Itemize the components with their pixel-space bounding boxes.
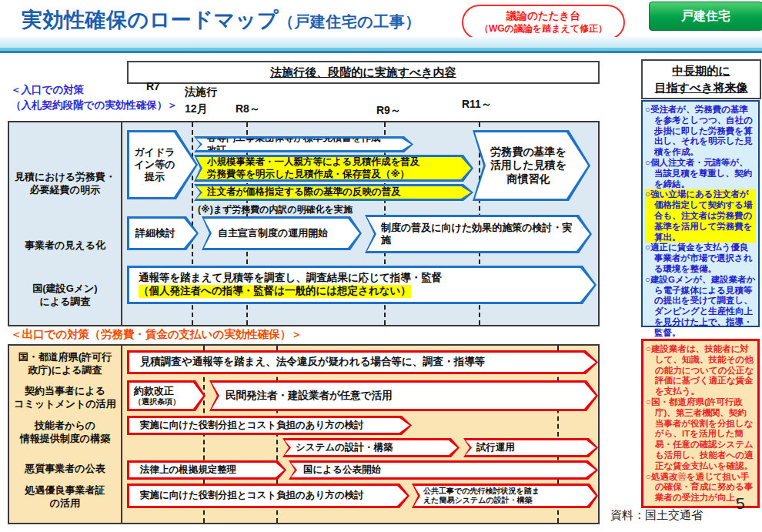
arrow-gmen-investigation: 通報等を踏まえて見積等を調査し、調査結果に応じて指導・監督 （個人発注者への指導… — [127, 266, 597, 304]
arrow-detail-study: 詳細検討 — [127, 216, 199, 250]
arrow-small-business-line2: 労務費等を明示した見積作成・保存普及（※） — [207, 169, 459, 180]
timeline-r7: R7 — [146, 80, 160, 92]
discussion-draft-badge: 議論のたたき台 （WGの議論を踏まえて修正） — [462, 5, 625, 40]
arrow-effective-measures: 制度の普及に向けた効果的施策の検討・実施 — [365, 215, 592, 253]
arrow-small-business-quote: 小規模事業者・一人親方等による見積作成を普及 労務費等を明示した見積作成・保存普… — [194, 155, 473, 182]
exit-future-item-2: ○国・都道府県(許可行政庁)、第三者機関、契約当事者が役割を分担しながら、ITを… — [646, 397, 755, 472]
arrow-contract-revision-line1: 約款改正 — [134, 385, 192, 397]
exit-row5-label: 処遇優良事業者証 の活用 — [9, 483, 121, 511]
exit-row5-label-line1: 処遇優良事業者証 — [25, 484, 105, 497]
arrow-gov-investigation-text: 見積調査や通報等を踏まえ、法令違反が疑われる場合等に、調査・指導等 — [129, 356, 596, 369]
future-title-line2: 目指すべき将来像 — [654, 79, 747, 96]
entry-row3-label-line1: 国(建設Gメン) — [32, 283, 97, 296]
arrow-legal-basis: 法律上の根拠規定整理 — [127, 460, 286, 480]
exit-section-heading: ＜出口での対策（労務費・賃金の支払いの実効性確保）＞ — [11, 327, 302, 342]
arrow-gmen-line1: 通報等を踏まえて見積等を調査し、調査結果に応じて指導・監督 — [139, 272, 582, 285]
exit-row3-label-line2: 情報提供制度の構築 — [20, 433, 110, 446]
entry-measures-panel: 見積における労務費・ 必要経費の明示 事業者の見える化 国(建設Gメン) による… — [8, 121, 600, 326]
future-item-5: ○建設Gメンが、建設業者から電子媒体による見積等の提出を受けて調査し、ダンピング… — [645, 275, 756, 339]
timeline-enactment: 法施行 12月 — [185, 83, 217, 118]
exit-row4-label: 悪質事業者の公表 — [9, 459, 121, 479]
exit-row2-label-line1: 契約当事者による — [25, 385, 105, 398]
entry-row1-label-line2: 必要経費の明示 — [30, 184, 100, 197]
header-band-line — [0, 51, 762, 53]
entry-row1-label-line1: 見積における労務費・ — [15, 171, 115, 184]
exit-row3-label: 技能者からの 情報提供制度の構築 — [9, 417, 121, 448]
badge-line2: （WGの議論を踏まえて修正） — [463, 23, 623, 35]
slide-roadmap: 実効性確保のロードマップ（戸建住宅の工事） 議論のたたき台 （WGの議論を踏まえ… — [0, 0, 762, 532]
page-title-main: 実効性確保のロードマップ — [22, 8, 279, 32]
label-column-divider — [121, 122, 122, 325]
arrow-contract-revision-line2: （選択条項） — [134, 397, 192, 407]
phase-header-box: 法施行後、段階的に実施すべき内容 — [127, 61, 600, 84]
entry-row1-label: 見積における労務費・ 必要経費の明示 — [9, 153, 121, 215]
phase-header-text: 法施行後、段階的に実施すべき内容 — [270, 65, 456, 80]
arrow-voluntary-use: 民間発注者・建設業者が任意で活用 — [209, 380, 598, 411]
page-title-suffix: （戸建住宅の工事） — [279, 13, 421, 30]
arrow-gov-investigation: 見積調査や通報等を踏まえ、法令違反が疑われる場合等に、調査・指導等 — [127, 350, 598, 374]
timeline-r9: R9～ — [376, 104, 401, 118]
exit-row3-label-line1: 技能者からの — [35, 420, 95, 433]
future-header-box: 中長期的に 目指すべき将来像 — [641, 59, 761, 99]
exit-measures-panel: 国・都道府県(許可行 政庁)による調査 契約当事者による コミットメントの活用 … — [8, 344, 600, 524]
exit-row1-label-line1: 国・都道府県(許可行 — [18, 351, 112, 364]
arrow-effective-measures-text: 制度の普及に向けた効果的施策の検討・実施 — [367, 222, 590, 247]
future-vision-panel-exit: ○建設業者は、技能者に対して、知識、技能その他の能力についての公正な評価に基づく… — [641, 339, 760, 508]
labor-cost-note: (※)まず労務費の内訳の明確化を実施 — [198, 203, 353, 216]
exit-row5-label-line2: の活用 — [50, 497, 80, 510]
arrow-system-design-text: システムの設計・構築 — [285, 442, 457, 454]
arrow-self-declaration: 自主宣言制度の運用開始 — [202, 216, 362, 250]
arrow-gmen-line2-highlight: （個人発注者への指導・監督は一般的には想定されない） — [139, 285, 411, 298]
arrow-price-designation: 注文者が価格指定する際の基準の反映の普及 — [194, 184, 473, 201]
exit-row1-label-line2: 政庁)による調査 — [28, 364, 102, 377]
badge-line1: 議論のたたき台 — [463, 10, 623, 23]
arrow-customary-practice: 労務費の基準を活用した見積を商慣習化 — [473, 130, 590, 201]
arrow-guideline: ガイドライン等の提示 — [127, 130, 198, 199]
arrow-simple-system-line1: 公共工事での先行検討状況を踏ま — [423, 487, 587, 496]
arrow-voluntary-use-text: 民間発注者・建設業者が任意で活用 — [212, 390, 596, 403]
arrow-public-disclosure: 国による公表開始 — [289, 460, 598, 480]
arrow-detail-study-text: 詳細検討 — [129, 227, 196, 239]
timeline-enact-line1: 法施行 — [185, 83, 217, 100]
exit-row4-label-text: 悪質事業者の公表 — [25, 463, 105, 476]
arrow-simple-system: 公共工事での先行検討状況を踏ま えた簡易システムの設計・構築 — [412, 483, 598, 508]
arrow-simple-system-line2: えた簡易システムの設計・構築 — [423, 496, 587, 505]
page-number: 5 — [736, 494, 745, 513]
future-item-2: ○個人注文者・元請等が、当該見積を尊重し、契約を締結。 — [645, 158, 756, 189]
entry-heading-line2: （入札契約段階での実効性確保）＞ — [11, 98, 178, 113]
future-item-4: ○適正に賃金を支払う優良事業者が市場で選択される環境を整備。 — [645, 243, 756, 274]
entry-row3-label: 国(建設Gメン) による調査 — [9, 273, 121, 319]
entry-row3-label-line2: による調査 — [40, 296, 91, 309]
timeline-r11: R11～ — [462, 98, 492, 112]
arrow-role-cost-study-2: 実施に向けた役割分担とコスト負担のあり方の検討 — [127, 483, 409, 508]
exit-future-item-1: ○建設業者は、技能者に対して、知識、技能その他の能力についての公正な評価に基づく… — [646, 344, 755, 397]
exit-row1-label: 国・都道府県(許可行 政庁)による調査 — [9, 349, 121, 380]
arrow-role-cost-study-1-text: 実施に向けた役割分担とコスト負担のあり方の検討 — [129, 420, 409, 432]
arrow-contract-revision: 約款改正 （選択条項） — [127, 380, 206, 411]
exit-label-column-divider — [121, 346, 122, 523]
arrow-price-designation-text: 注文者が価格指定する際の基準の反映の普及 — [196, 186, 471, 199]
exit-row2-label-line2: コミットメントの活用 — [14, 398, 115, 411]
arrow-trial-operation-text: 試行運用 — [466, 442, 596, 454]
category-button[interactable]: 戸建住宅 — [649, 2, 762, 31]
arrow-trial-operation: 試行運用 — [463, 438, 598, 457]
arrow-guideline-text: ガイドライン等の提示 — [129, 146, 196, 184]
arrow-customary-practice-text: 労務費の基準を活用した見積を商慣習化 — [475, 146, 588, 186]
arrow-role-cost-study-2-text: 実施に向けた役割分担とコスト負担のあり方の検討 — [129, 490, 407, 502]
future-title-line1: 中長期的に — [672, 62, 730, 79]
arrow-public-disclosure-text: 国による公表開始 — [291, 464, 596, 477]
source-credit: 資料：国土交通省 — [610, 508, 703, 523]
timeline-r8: R8～ — [236, 102, 260, 116]
arrow-legal-basis-text: 法律上の根拠規定整理 — [129, 464, 284, 477]
arrow-standard-quote-text: 各専門工事業団体等が標準見積書を作成・改訂 — [196, 139, 411, 150]
future-item-1: ○受注者が、労務費の基準を参考としつつ、自社の歩掛に即した労務費を算出し、それを… — [645, 105, 756, 158]
timeline-enact-line2: 12月 — [185, 100, 217, 117]
page-title: 実効性確保のロードマップ（戸建住宅の工事） — [22, 6, 421, 34]
arrow-small-business-line1: 小規模事業者・一人親方等による見積作成を普及 — [207, 157, 459, 169]
arrow-self-declaration-text: 自主宣言制度の運用開始 — [204, 227, 359, 239]
entry-row2-label: 事業者の見える化 — [9, 226, 121, 265]
exit-row2-label: 契約当事者による コミットメントの活用 — [9, 383, 121, 413]
header-band — [0, 37, 762, 48]
future-item-3-highlight: ○強い立場にある注文者が価格指定して契約する場合も、注文者は労務費の基準を活用し… — [645, 189, 756, 243]
arrow-system-design: システムの設計・構築 — [282, 438, 460, 457]
